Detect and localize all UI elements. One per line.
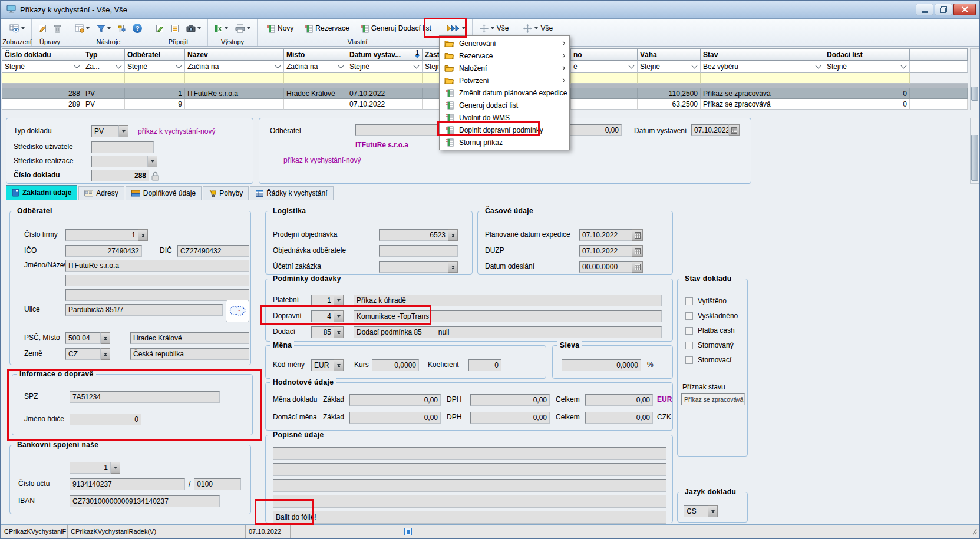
tab-radky-k-vychystani[interactable]: Řádky k vychystání [250, 186, 333, 200]
popis-line-3[interactable] [273, 479, 666, 492]
filter-combo[interactable]: Stejné [638, 61, 701, 73]
column-header-nazev[interactable]: Název [185, 48, 284, 61]
print-button[interactable] [234, 23, 252, 34]
planovane-datum-expedice-field[interactable]: 07.10.2022 [579, 229, 632, 241]
calendar-button[interactable] [632, 229, 643, 241]
menu-item-nalozeni[interactable]: Naložení [440, 62, 569, 74]
column-header-vaha[interactable]: Váha [638, 48, 701, 61]
resize-grip-icon[interactable] [969, 525, 979, 538]
column-header-dodaci-list[interactable]: Dodací list [824, 48, 910, 61]
filter-value-cell[interactable] [347, 73, 423, 84]
column-header-stav[interactable]: Stav [701, 48, 824, 61]
psc-field[interactable]: 500 04 [65, 332, 101, 344]
reservation-button[interactable]: Rezervace [302, 23, 351, 34]
column-header-no[interactable]: no [571, 48, 638, 61]
stredisko-uzivatele-field[interactable] [91, 141, 154, 153]
dropdown-button[interactable] [334, 295, 344, 306]
dodaci-kod-field[interactable]: 85 [311, 326, 334, 338]
jmeno-ridice-field[interactable]: 0 [70, 414, 141, 425]
checkbox-stornovany[interactable] [685, 342, 693, 349]
stredisko-realizace-field[interactable] [91, 156, 148, 167]
filter-combo[interactable]: Stejné [2, 61, 83, 73]
dropdown-button[interactable] [334, 326, 344, 338]
close-button[interactable] [953, 4, 976, 15]
typ-dokladu-field[interactable]: PV [91, 125, 119, 137]
cislo-uctu-field[interactable]: 9134140237 [70, 478, 185, 490]
dropdown-button[interactable] [101, 348, 110, 360]
vse-button-2[interactable]: Vše [522, 23, 555, 34]
spz-field[interactable]: 7A51234 [70, 391, 220, 403]
dropdown-button[interactable] [708, 505, 718, 517]
filter-value-cell[interactable] [701, 73, 824, 84]
tab-zakladni-udaje[interactable]: Základní údaje [6, 185, 77, 200]
cislo-firmy-field[interactable]: 1 [65, 229, 138, 241]
objednavka-odberatele-field[interactable] [379, 245, 458, 257]
table-settings-button[interactable] [74, 23, 91, 34]
generate-delivery-note-button[interactable]: Generuj Dodací list [358, 23, 433, 34]
jazyk-field[interactable]: CS [684, 505, 708, 517]
view-button[interactable] [8, 23, 26, 34]
help-button[interactable]: ? [131, 22, 143, 34]
edit-button[interactable] [37, 23, 48, 34]
delete-button[interactable] [52, 23, 62, 34]
jmeno-nazev-field-2[interactable] [65, 275, 249, 286]
vse-button-1[interactable]: Vše [478, 23, 511, 34]
ico-field[interactable]: 27490432 [65, 245, 142, 257]
calendar-button[interactable] [729, 124, 740, 136]
more-actions-button[interactable] [445, 23, 467, 34]
grid-scrollbar[interactable] [970, 48, 979, 110]
filter-value-cell[interactable] [638, 73, 701, 84]
column-header-cislo-dokladu[interactable]: Číslo dokladu [2, 48, 83, 61]
datum-vystaveni-field[interactable]: 07.10.2022 [691, 124, 729, 136]
jmeno-nazev-field[interactable]: ITFutuRe s.r.o.a [65, 260, 249, 272]
filter-combo[interactable]: Bez výběru [701, 61, 824, 73]
filter-value-cell[interactable] [2, 73, 83, 84]
dropdown-button[interactable] [334, 310, 344, 322]
dopravni-kod-field[interactable]: 4 [311, 310, 334, 322]
sleva-field[interactable]: 0,0000 [562, 359, 641, 371]
column-header-odberatel[interactable]: Odběratel [125, 48, 185, 61]
filter-combo[interactable]: Stejné [125, 61, 185, 73]
iban-field[interactable]: CZ7301000000009134140237 [70, 495, 220, 507]
menu-item-uvolnit-do-wms[interactable]: Uvolnit do WMS [440, 111, 569, 124]
column-header-misto[interactable]: Místo [284, 48, 347, 61]
new-order-button[interactable]: Novy [265, 23, 295, 34]
menu-item-stornuj-prikaz[interactable]: Stornuj příkaz [440, 136, 569, 148]
menu-item-generuj-dodaci-list[interactable]: Generuj dodací list [440, 99, 569, 111]
filter-value-cell[interactable] [83, 73, 125, 84]
kod-banky-field[interactable]: 0100 [194, 478, 241, 490]
attach-list-button[interactable] [170, 23, 180, 34]
ucetni-zakazka-field[interactable] [379, 261, 448, 273]
checkbox-vyskladneno[interactable] [685, 312, 693, 320]
dic-field[interactable]: CZ27490432 [177, 245, 249, 257]
popis-line-2[interactable] [273, 463, 666, 476]
minimize-button[interactable] [916, 4, 933, 15]
jmeno-nazev-field-3[interactable] [65, 289, 249, 301]
dropdown-button[interactable] [138, 229, 148, 241]
calendar-button[interactable] [632, 245, 643, 257]
filter-value-cell[interactable] [824, 73, 910, 84]
scrollbar-thumb[interactable] [971, 87, 978, 101]
menu-item-doplnit-dopravni-podminky[interactable]: Doplnit dopravní podmínky [440, 124, 569, 136]
tab-adresy[interactable]: Adresy [78, 186, 124, 200]
detail-scrollbar[interactable] [970, 118, 979, 184]
datum-odeslani-field[interactable]: 00.00.0000 [579, 261, 632, 273]
dropdown-button[interactable] [101, 332, 110, 344]
restore-button[interactable] [935, 4, 952, 15]
dropdown-button[interactable] [448, 229, 458, 241]
bank-poradi-field[interactable]: 1 [70, 462, 111, 474]
scrollbar-thumb[interactable] [971, 135, 978, 181]
menu-item-potvrzeni[interactable]: Potvrzení [440, 74, 569, 87]
duzp-field[interactable]: 07.10.2022 [579, 245, 632, 257]
map-button[interactable] [226, 300, 249, 322]
misto-field[interactable]: Hradec Králové [130, 332, 249, 344]
attach-note-button[interactable] [154, 23, 165, 34]
column-header-typ[interactable]: Typ [83, 48, 125, 61]
checkbox-vytisteno[interactable] [685, 297, 693, 305]
calendar-button[interactable] [632, 261, 643, 273]
filter-combo[interactable]: Začíná na [284, 61, 347, 73]
column-header-datum-vystaveni[interactable]: Datum vystav...1 [347, 48, 423, 61]
filter-combo[interactable]: Začíná na [185, 61, 284, 73]
filter-value-cell[interactable] [185, 73, 284, 84]
menu-item-generovani[interactable]: Generování [440, 37, 569, 49]
